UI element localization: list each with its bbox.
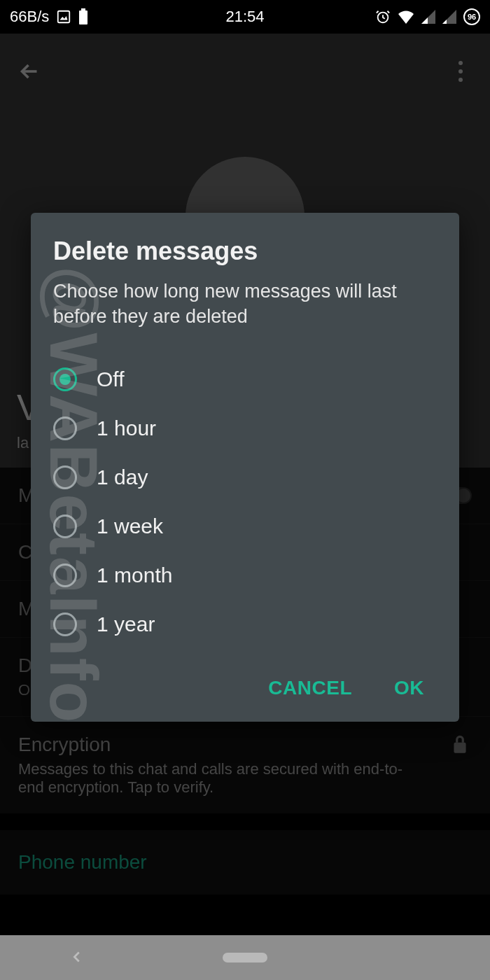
dialog-options: Off1 hour1 day1 week1 month1 year xyxy=(53,355,437,649)
radio-icon xyxy=(53,514,77,538)
option-1-week[interactable]: 1 week xyxy=(53,502,437,551)
dialog-description: Choose how long new messages will last b… xyxy=(53,279,437,330)
image-icon xyxy=(56,9,71,24)
option-label: 1 day xyxy=(97,465,148,489)
net-speed: 66B/s xyxy=(10,8,49,26)
nav-bar xyxy=(0,935,490,980)
option-label: Off xyxy=(97,368,124,391)
radio-icon xyxy=(53,416,77,440)
status-bar: 66B/s 21:54 96 xyxy=(0,0,490,34)
radio-icon xyxy=(53,368,77,391)
dialog-title: Delete messages xyxy=(53,237,437,266)
svg-marker-1 xyxy=(60,16,68,20)
svg-marker-8 xyxy=(442,20,447,24)
dialog-actions: CANCEL OK xyxy=(53,668,437,708)
wifi-icon xyxy=(398,10,414,24)
svg-rect-2 xyxy=(81,8,85,10)
cancel-button[interactable]: CANCEL xyxy=(262,668,358,708)
delete-messages-dialog: Delete messages Choose how long new mess… xyxy=(31,213,459,722)
status-right: 96 xyxy=(375,8,480,25)
radio-icon xyxy=(53,612,77,636)
radio-icon xyxy=(53,564,77,587)
option-1-hour[interactable]: 1 hour xyxy=(53,404,437,453)
status-left: 66B/s xyxy=(10,8,88,26)
battery-badge-text: 96 xyxy=(468,13,476,21)
option-off[interactable]: Off xyxy=(53,355,437,404)
svg-rect-3 xyxy=(79,10,88,24)
nav-back-icon[interactable] xyxy=(69,946,85,969)
option-label: 1 hour xyxy=(97,416,156,440)
option-label: 1 year xyxy=(97,612,155,636)
nav-home-pill[interactable] xyxy=(223,953,267,962)
option-1-year[interactable]: 1 year xyxy=(53,600,437,649)
radio-icon xyxy=(53,465,77,489)
ok-button[interactable]: OK xyxy=(388,668,430,708)
signal-1-icon xyxy=(421,10,435,24)
svg-marker-6 xyxy=(421,18,428,24)
signal-2-icon xyxy=(442,10,456,24)
svg-rect-0 xyxy=(58,11,70,23)
option-label: 1 month xyxy=(97,564,172,587)
status-time: 21:54 xyxy=(225,8,264,26)
option-label: 1 week xyxy=(97,514,163,538)
option-1-month[interactable]: 1 month xyxy=(53,551,437,600)
battery-icon xyxy=(78,8,88,25)
battery-badge-icon: 96 xyxy=(463,8,480,25)
screen: 66B/s 21:54 96 xyxy=(0,0,490,980)
option-1-day[interactable]: 1 day xyxy=(53,453,437,502)
alarm-icon xyxy=(375,9,391,24)
